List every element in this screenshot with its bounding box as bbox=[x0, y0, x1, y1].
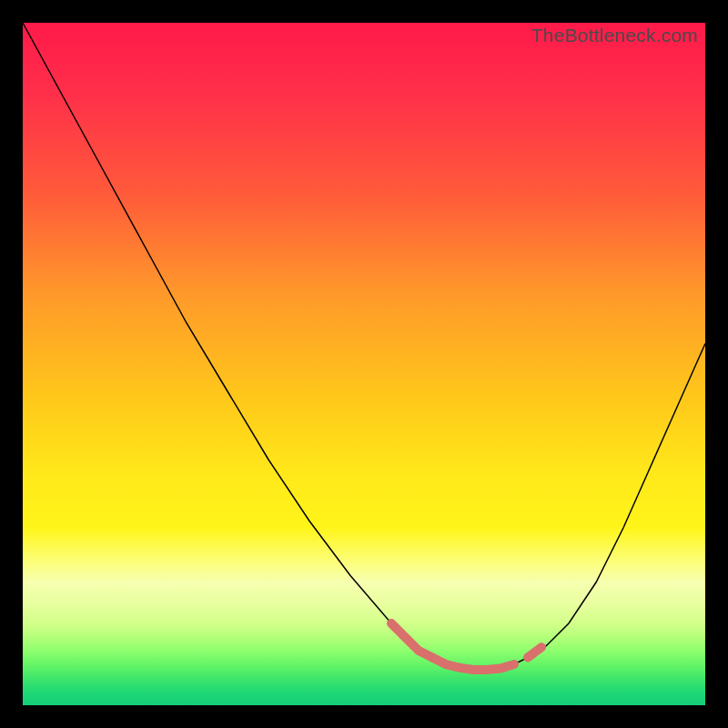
accent-right-ascent bbox=[528, 647, 541, 657]
chart-frame: TheBottleneck.com bbox=[0, 0, 728, 728]
bottleneck-curve bbox=[23, 23, 705, 670]
curve-svg bbox=[23, 23, 705, 705]
accent-valley-floor bbox=[432, 658, 514, 671]
plot-area: TheBottleneck.com bbox=[23, 23, 705, 705]
accent-left-descent bbox=[391, 623, 432, 658]
